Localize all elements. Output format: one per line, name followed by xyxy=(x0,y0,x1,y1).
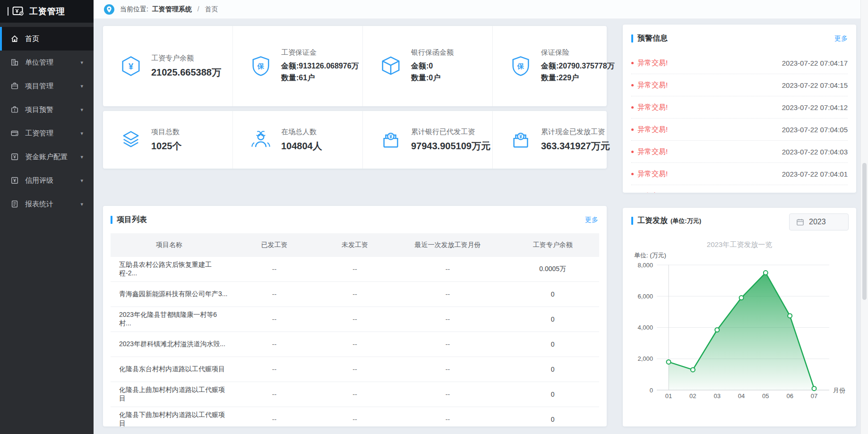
warning-time: 2023-07-22 07:03:50 xyxy=(782,192,848,193)
sidebar-item-credit-rating[interactable]: 信用评级▾ xyxy=(0,169,94,192)
svg-text:¥: ¥ xyxy=(129,62,134,71)
sidebar-item-label: 报表统计 xyxy=(25,200,53,209)
last-pay-month: -- xyxy=(389,416,506,423)
table-row[interactable]: 2023年化隆县甘都镇隆康一村等6村...------0 xyxy=(111,307,599,332)
data-point xyxy=(812,386,816,391)
data-point xyxy=(667,360,671,364)
svg-text:02: 02 xyxy=(689,392,696,400)
stat-label: 银行保函金额 xyxy=(411,48,492,57)
unpaid-salary: -- xyxy=(321,391,389,398)
cube-icon xyxy=(380,55,402,77)
project-name: 2023年化隆县甘都镇隆康一村等6村... xyxy=(111,311,228,328)
warning-item[interactable]: 异常交易!2023-07-22 07:04:15 xyxy=(631,74,848,96)
breadcrumb-system[interactable]: 工资管理系统 xyxy=(152,5,192,13)
warning-label: 异常交易! xyxy=(637,103,668,112)
account-balance: 0 xyxy=(507,391,599,398)
warnings-more-link[interactable]: 更多 xyxy=(834,34,848,43)
warning-label: 异常交易! xyxy=(637,59,668,68)
data-point xyxy=(691,367,695,372)
stat-value: 97943.905109万元 xyxy=(411,140,492,153)
stat-card-bank-paid-total: ¥累计银行已代发工资97943.905109万元 xyxy=(363,111,493,169)
warning-time: 2023-07-22 07:04:01 xyxy=(782,170,848,178)
sidebar-item-label: 工资管理 xyxy=(25,129,53,138)
warning-item[interactable]: 异常交易!2023-07-22 07:04:12 xyxy=(631,96,848,119)
sidebar: 工资管理 首页单位管理▾项目管理▾项目预警▾工资管理▾资金账户配置▾信用评级▾报… xyxy=(0,0,94,434)
svg-text:4,000: 4,000 xyxy=(637,324,653,331)
warning-dot-icon xyxy=(631,128,634,131)
app-title: 工资管理 xyxy=(29,6,65,17)
data-point xyxy=(739,296,744,300)
location-pin-icon xyxy=(104,4,114,15)
table-row[interactable]: 化隆县东台村村内道路以工代赈项目------0 xyxy=(111,357,599,382)
projects-more-link[interactable]: 更多 xyxy=(585,216,598,224)
page-scrollbar[interactable] xyxy=(860,0,868,434)
stat-line: 金额:913126.068976万 xyxy=(281,60,362,72)
column-header: 未发工资 xyxy=(321,241,389,249)
column-header: 工资专户余额 xyxy=(507,241,599,249)
salary-box-icon: ¥ xyxy=(510,129,532,151)
stat-value: 1025个 xyxy=(151,140,232,153)
svg-text:0: 0 xyxy=(650,387,653,394)
x-axis-label: 月份 xyxy=(833,387,845,394)
account-balance: 0 xyxy=(507,290,599,298)
chevron-down-icon: ▾ xyxy=(80,83,83,89)
warning-time: 2023-07-22 07:04:03 xyxy=(782,148,848,156)
table-row[interactable]: 化隆县上曲加村村内道路以工代赈项目------0 xyxy=(111,382,599,407)
unpaid-salary: -- xyxy=(321,340,389,348)
stats-panel-row1: ¥工资专户余额21025.665388万保工资保证金金额:913126.0689… xyxy=(103,26,607,106)
svg-text:04: 04 xyxy=(738,392,745,400)
account-balance: 0 xyxy=(507,366,599,373)
breadcrumb-current[interactable]: 首页 xyxy=(205,5,218,13)
breadcrumb-prefix: 当前位置: xyxy=(120,5,148,13)
column-header: 最近一次发放工资月份 xyxy=(389,241,506,249)
sidebar-item-home[interactable]: 首页 xyxy=(0,27,94,51)
sidebar-item-fund-account-config[interactable]: 资金账户配置▾ xyxy=(0,145,94,169)
column-header: 已发工资 xyxy=(228,241,320,249)
stat-card-salary-account-balance: ¥工资专户余额21025.665388万 xyxy=(103,26,233,106)
svg-text:03: 03 xyxy=(713,392,720,400)
stat-label: 在场总人数 xyxy=(281,128,362,136)
sidebar-item-unit-mgmt[interactable]: 单位管理▾ xyxy=(0,51,94,74)
warning-item[interactable]: 异常交易!2023-07-22 07:04:05 xyxy=(631,119,848,141)
sidebar-item-label: 资金账户配置 xyxy=(25,153,68,162)
sidebar-item-label: 首页 xyxy=(25,34,39,43)
title-accent-bar xyxy=(631,217,633,225)
table-row[interactable]: 互助县农村公路灾后恢复重建工程-2...------0.0005万 xyxy=(111,257,599,282)
sidebar-item-report-stats[interactable]: 报表统计▾ xyxy=(0,192,94,216)
project-name: 互助县农村公路灾后恢复重建工程-2... xyxy=(111,261,228,278)
warning-time: 2023-07-22 07:04:15 xyxy=(782,81,848,89)
table-row[interactable]: 青海鑫园新能源科技有限公司年产3...------0 xyxy=(111,282,599,307)
year-select[interactable]: 2023 xyxy=(789,213,849,230)
warning-dot-icon xyxy=(631,106,634,109)
shield-bao-icon: 保 xyxy=(250,55,272,77)
svg-text:06: 06 xyxy=(786,392,793,400)
svg-text:¥: ¥ xyxy=(389,134,392,139)
warning-item[interactable]: 异常交易!2023-07-22 07:04:03 xyxy=(631,141,848,163)
warning-item[interactable]: 异常交易!2023-07-22 07:04:01 xyxy=(631,163,848,185)
last-pay-month: -- xyxy=(389,290,506,298)
table-row[interactable]: 化隆县下曲加村村内道路以工代赈项目------0 xyxy=(111,407,599,426)
warning-item[interactable]: 异常交易!2023-07-22 07:04:17 xyxy=(631,52,848,74)
sidebar-item-project-warning[interactable]: 项目预警▾ xyxy=(0,98,94,121)
svg-text:8,000: 8,000 xyxy=(637,262,653,269)
warning-dot-icon xyxy=(631,62,634,64)
credit-icon xyxy=(10,176,19,185)
warning-dot-icon xyxy=(631,84,634,86)
project-name: 化隆县上曲加村村内道路以工代赈项目 xyxy=(111,386,228,403)
warning-item[interactable]: 异常交易!2023-07-22 07:03:50 xyxy=(631,185,848,193)
chevron-down-icon: ▾ xyxy=(80,107,83,113)
project-list-title: 项目列表 xyxy=(111,206,599,233)
title-accent-bar xyxy=(631,34,633,43)
paid-salary: -- xyxy=(228,416,320,423)
warning-label: 异常交易! xyxy=(637,147,668,156)
sidebar-item-salary-mgmt[interactable]: 工资管理▾ xyxy=(0,121,94,145)
sidebar-nav: 首页单位管理▾项目管理▾项目预警▾工资管理▾资金账户配置▾信用评级▾报表统计▾ xyxy=(0,27,94,216)
stat-line: 金额:0 xyxy=(411,60,492,72)
scrollbar-thumb[interactable] xyxy=(862,163,867,300)
paid-salary: -- xyxy=(228,391,320,398)
sidebar-item-project-mgmt[interactable]: 项目管理▾ xyxy=(0,74,94,98)
table-row[interactable]: 2023年群科镇滩北村溢洪道沟水毁...------0 xyxy=(111,332,599,357)
account-balance: 0 xyxy=(507,416,599,423)
svg-text:05: 05 xyxy=(762,392,769,400)
top-header: 当前位置: 工资管理系统 / 首页 xyxy=(94,0,868,19)
